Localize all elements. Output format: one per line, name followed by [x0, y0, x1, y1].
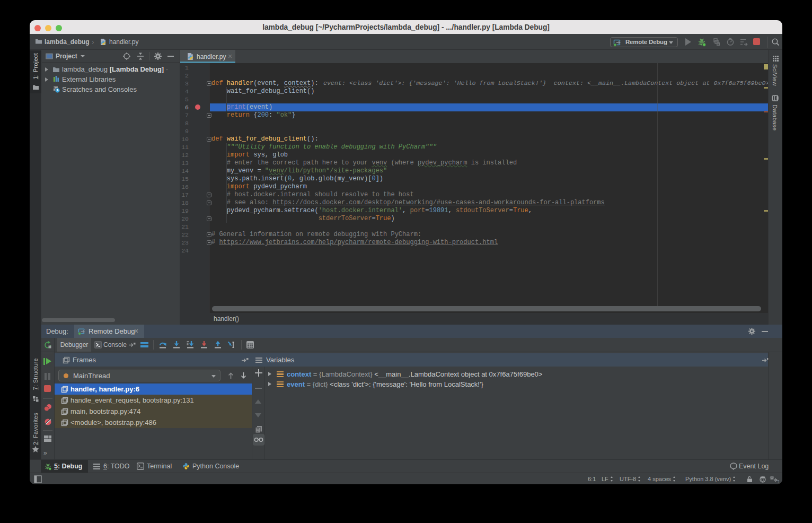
svg-text:?: ?: [777, 479, 779, 484]
